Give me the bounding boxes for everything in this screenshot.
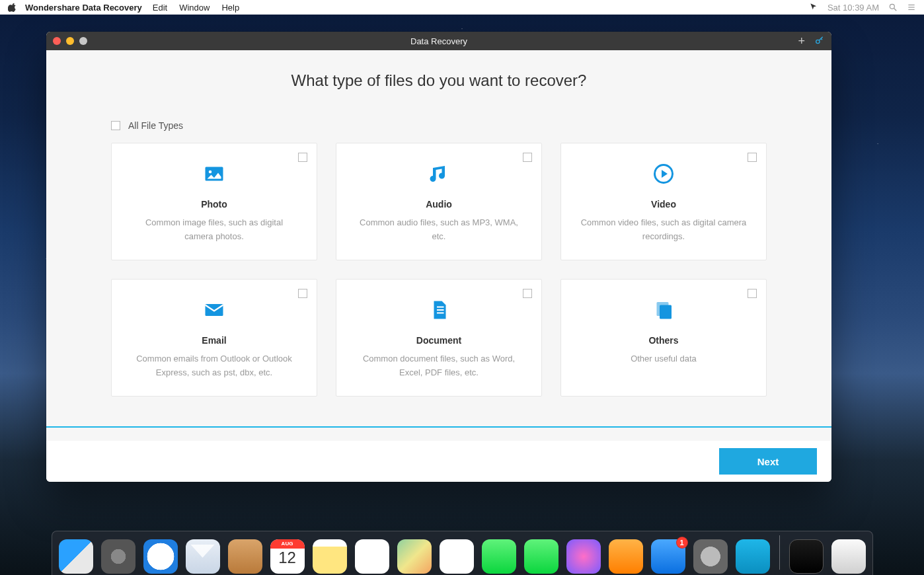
- dock-wondershare-icon[interactable]: [736, 539, 770, 574]
- document-icon: [427, 295, 451, 325]
- dock-mail-icon[interactable]: [186, 539, 220, 574]
- dock-finder-icon[interactable]: [59, 539, 93, 574]
- card-document-desc: Common document files, such as Word, Exc…: [355, 352, 523, 380]
- email-icon: [202, 295, 226, 325]
- dock-photos-icon[interactable]: [440, 539, 474, 574]
- card-others-desc: Other useful data: [631, 352, 697, 366]
- all-file-types-label: All File Types: [128, 120, 183, 131]
- dock-container: AUG 12 1: [0, 525, 924, 575]
- card-video-title: Video: [651, 199, 676, 210]
- svg-line-1: [894, 9, 897, 11]
- menu-window[interactable]: Window: [179, 3, 210, 13]
- menu-help[interactable]: Help: [221, 3, 239, 13]
- close-button[interactable]: [53, 37, 61, 45]
- file-type-grid: Photo Common image files, such as digita…: [111, 143, 767, 397]
- card-others-title: Others: [648, 335, 678, 346]
- calendar-day: 12: [270, 549, 305, 567]
- dock-settings-icon[interactable]: [693, 539, 728, 574]
- card-others[interactable]: Others Other useful data: [560, 279, 767, 397]
- audio-icon: [427, 159, 451, 188]
- menubar-cursor-icon[interactable]: [809, 3, 818, 12]
- svg-rect-9: [206, 304, 223, 316]
- card-video-checkbox[interactable]: [748, 153, 757, 162]
- card-email-checkbox[interactable]: [298, 289, 307, 298]
- dock-itunes-icon[interactable]: [566, 539, 601, 574]
- dock: AUG 12 1: [52, 531, 873, 575]
- card-email-title: Email: [202, 335, 226, 346]
- others-icon: [652, 295, 675, 325]
- menu-edit[interactable]: Edit: [153, 3, 167, 13]
- menubar-clock[interactable]: Sat 10:39 AM: [828, 3, 879, 13]
- dock-maps-icon[interactable]: [397, 539, 432, 574]
- dock-ibooks-icon[interactable]: [609, 539, 643, 574]
- card-audio-checkbox[interactable]: [523, 153, 532, 162]
- apple-menu-icon[interactable]: [8, 3, 17, 12]
- menubar-list-icon[interactable]: [907, 3, 916, 12]
- card-email[interactable]: Email Common emails from Outlook or Outl…: [111, 279, 317, 397]
- all-file-types-checkbox[interactable]: [111, 121, 120, 130]
- footer-separator: [46, 426, 831, 428]
- calendar-month: AUG: [270, 539, 305, 549]
- all-file-types-row[interactable]: All File Types: [111, 120, 767, 131]
- spotlight-icon[interactable]: [888, 3, 898, 12]
- footer-bar: Next: [46, 441, 831, 482]
- app-name[interactable]: Wondershare Data Recovery: [25, 3, 142, 13]
- dock-notes-icon[interactable]: [313, 539, 347, 574]
- card-audio-desc: Common audio files, such as MP3, WMA, et…: [355, 216, 523, 244]
- dock-appstore-icon[interactable]: 1: [651, 539, 685, 574]
- titlebar[interactable]: Data Recovery +: [46, 32, 831, 50]
- svg-point-0: [890, 4, 894, 9]
- card-video-desc: Common video files, such as digital came…: [580, 216, 748, 244]
- dock-messages-icon[interactable]: [482, 539, 516, 574]
- dock-contacts-icon[interactable]: [228, 539, 262, 574]
- menubar: Wondershare Data Recovery Edit Window He…: [0, 0, 924, 15]
- video-icon: [652, 159, 675, 188]
- minimize-button[interactable]: [66, 37, 74, 45]
- key-icon[interactable]: [814, 35, 825, 48]
- add-icon[interactable]: +: [798, 35, 805, 48]
- svg-point-5: [816, 40, 820, 43]
- dock-calendar-icon[interactable]: AUG 12: [270, 539, 305, 574]
- card-video[interactable]: Video Common video files, such as digita…: [560, 143, 767, 260]
- card-photo-desc: Common image files, such as digital came…: [130, 216, 298, 244]
- card-document-checkbox[interactable]: [523, 289, 532, 298]
- dock-facetime-icon[interactable]: [524, 539, 558, 574]
- dock-separator: [779, 535, 780, 570]
- photo-icon: [202, 159, 226, 188]
- card-email-desc: Common emails from Outlook or Outlook Ex…: [130, 352, 298, 380]
- dock-reminders-icon[interactable]: [355, 539, 389, 574]
- svg-point-7: [209, 171, 212, 174]
- card-document-title: Document: [416, 335, 461, 346]
- next-button[interactable]: Next: [719, 448, 817, 475]
- zoom-button[interactable]: [79, 37, 87, 45]
- card-photo[interactable]: Photo Common image files, such as digita…: [111, 143, 317, 260]
- dock-trash-icon[interactable]: [831, 539, 866, 574]
- page-heading: What type of files do you want to recove…: [111, 71, 767, 90]
- card-photo-title: Photo: [201, 199, 227, 210]
- dock-launchpad-icon[interactable]: [101, 539, 135, 574]
- app-window: Data Recovery + What type of files do yo…: [46, 32, 831, 482]
- traffic-lights: [53, 37, 87, 45]
- dock-safari-icon[interactable]: [143, 539, 178, 574]
- svg-rect-11: [660, 305, 672, 319]
- card-audio-title: Audio: [426, 199, 452, 210]
- card-document[interactable]: Document Common document files, such as …: [336, 279, 542, 397]
- content-area: What type of files do you want to recove…: [46, 50, 831, 426]
- card-audio[interactable]: Audio Common audio files, such as MP3, W…: [336, 143, 542, 260]
- card-others-checkbox[interactable]: [748, 289, 757, 298]
- window-title: Data Recovery: [410, 36, 467, 46]
- card-photo-checkbox[interactable]: [298, 153, 307, 162]
- appstore-badge: 1: [676, 537, 688, 549]
- dock-downloads-icon[interactable]: [789, 539, 824, 574]
